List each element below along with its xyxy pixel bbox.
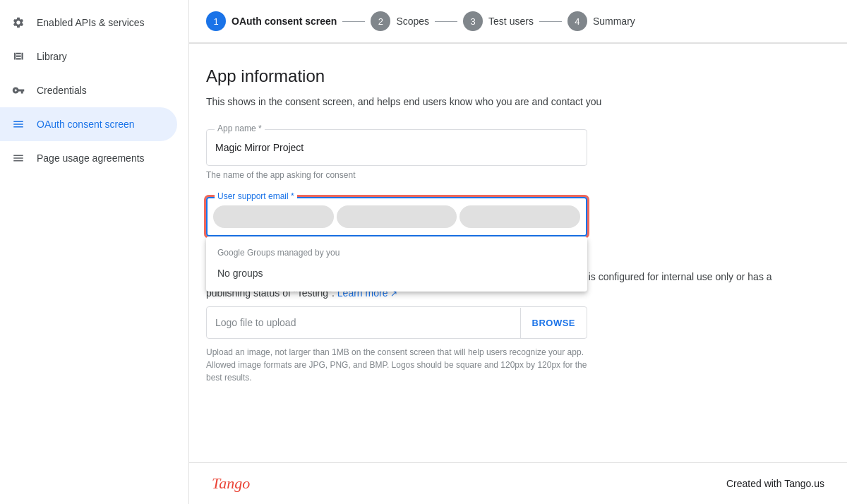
step-3-circle: 3 xyxy=(463,11,483,31)
step-divider-3 xyxy=(539,21,562,22)
gear-icon xyxy=(11,16,25,29)
email-label: User support email * xyxy=(215,191,297,201)
step-2-circle: 2 xyxy=(371,11,390,31)
sidebar: Enabled APIs & services Library Credenti… xyxy=(0,0,189,504)
step-divider-1 xyxy=(342,21,365,22)
step-2-label: Scopes xyxy=(396,16,429,27)
sidebar-item-oauth-consent[interactable]: OAuth consent screen xyxy=(0,107,177,141)
sidebar-item-credentials[interactable]: Credentials xyxy=(0,73,177,107)
sidebar-item-label: OAuth consent screen xyxy=(37,119,135,130)
main-content: App information This shows in the consen… xyxy=(189,44,847,462)
email-field-container[interactable] xyxy=(206,197,587,236)
library-icon xyxy=(11,50,25,63)
step-2: 2 Scopes xyxy=(371,11,429,31)
step-1-circle: 1 xyxy=(206,11,226,31)
upload-hint: Upload an image, not larger than 1MB on … xyxy=(206,346,587,384)
email-chip-1 xyxy=(213,205,334,228)
logo-upload-label: Logo file to upload xyxy=(207,307,520,338)
footer-credit: Created with Tango.us xyxy=(726,478,824,489)
footer: Tango Created with Tango.us xyxy=(189,462,847,504)
step-4-circle: 4 xyxy=(567,11,587,31)
dropdown-no-groups: No groups xyxy=(206,260,587,286)
step-3: 3 Test users xyxy=(463,11,534,31)
dropdown-group-label: Google Groups managed by you xyxy=(206,242,587,260)
step-4: 4 Summary xyxy=(567,11,635,31)
tango-logo: Tango xyxy=(212,474,250,493)
step-1: 1 OAuth consent screen xyxy=(206,11,337,31)
sidebar-item-label: Page usage agreements xyxy=(37,152,145,164)
form-area: App information This shows in the consen… xyxy=(189,44,824,424)
page-usage-icon xyxy=(11,152,25,164)
page-title: App information xyxy=(206,66,807,86)
email-dropdown-panel: Google Groups managed by you No groups xyxy=(206,236,587,292)
sidebar-item-library[interactable]: Library xyxy=(0,40,177,73)
app-name-field-group: App name * The name of the app asking fo… xyxy=(206,129,807,180)
step-1-label: OAuth consent screen xyxy=(232,16,337,27)
credentials-icon xyxy=(11,84,25,97)
sidebar-item-enabled-apis[interactable]: Enabled APIs & services xyxy=(0,6,177,40)
sidebar-item-page-usage[interactable]: Page usage agreements xyxy=(0,141,177,175)
step-4-label: Summary xyxy=(593,16,635,27)
stepper: 1 OAuth consent screen 2 Scopes 3 Test u… xyxy=(189,0,847,43)
browse-button[interactable]: BROWSE xyxy=(520,308,587,338)
email-chip-2 xyxy=(337,205,457,228)
email-chip-3 xyxy=(459,205,580,228)
email-chips-row xyxy=(208,198,586,235)
logo-upload-row: Logo file to upload BROWSE xyxy=(206,306,587,339)
app-name-input[interactable] xyxy=(206,129,587,166)
app-name-label: App name * xyxy=(215,124,265,133)
sidebar-item-label: Credentials xyxy=(37,85,87,96)
app-name-hint: The name of the app asking for consent xyxy=(206,170,807,180)
sidebar-item-label: Library xyxy=(37,51,67,62)
oauth-icon xyxy=(11,118,25,131)
email-field-group: User support email * Google Groups manag… xyxy=(206,197,807,236)
step-divider-2 xyxy=(435,21,457,22)
email-field-wrapper: Google Groups managed by you No groups xyxy=(206,197,587,236)
sidebar-item-label: Enabled APIs & services xyxy=(37,17,145,28)
step-3-label: Test users xyxy=(488,16,534,27)
section-description: This shows in the consent screen, and he… xyxy=(206,95,807,109)
